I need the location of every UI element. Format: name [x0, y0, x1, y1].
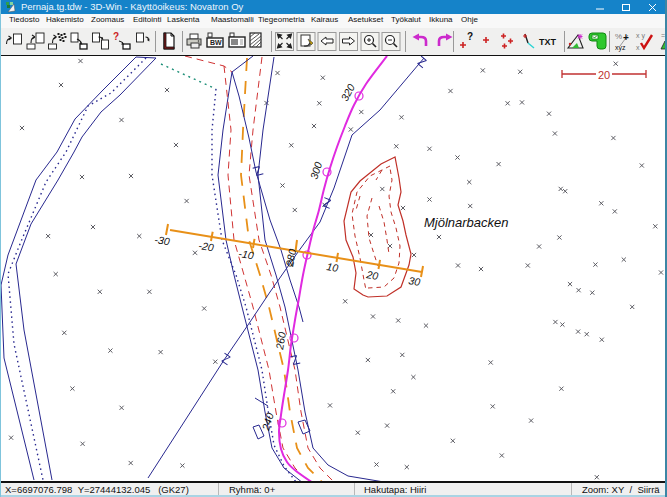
- svg-text:BW: BW: [210, 39, 222, 46]
- svg-text:-10: -10: [238, 247, 255, 261]
- svg-text:TXT: TXT: [539, 37, 557, 47]
- svg-text:260: 260: [273, 331, 288, 351]
- svg-text:20: 20: [598, 69, 610, 81]
- svg-text:320: 320: [338, 82, 357, 103]
- svg-text:20: 20: [365, 268, 380, 282]
- svg-text:-20: -20: [198, 239, 215, 253]
- svg-text:240: 240: [259, 411, 276, 432]
- svg-text:-30: -30: [154, 233, 171, 247]
- svg-text:Mjölnarbacken: Mjölnarbacken: [424, 215, 509, 230]
- svg-text:x: x: [636, 44, 640, 51]
- svg-text:280: 280: [283, 248, 298, 269]
- svg-text:+: +: [623, 32, 629, 43]
- svg-text:?: ?: [467, 31, 473, 42]
- svg-text:%: %: [615, 32, 622, 41]
- svg-text:?: ?: [113, 31, 119, 42]
- svg-text:30: 30: [408, 274, 422, 288]
- svg-text:xyz: xyz: [615, 44, 626, 52]
- svg-text:300: 300: [307, 160, 324, 181]
- svg-text:x y: x y: [636, 32, 645, 40]
- svg-text:10: 10: [326, 260, 340, 274]
